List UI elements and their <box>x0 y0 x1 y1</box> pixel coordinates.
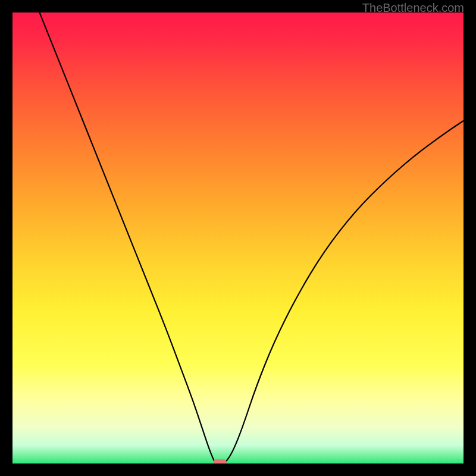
bottleneck-chart <box>12 12 464 464</box>
gradient-background <box>12 12 464 464</box>
watermark-text: TheBottleneck.com <box>362 1 464 15</box>
chart-frame <box>12 12 464 464</box>
optimal-marker <box>214 459 227 464</box>
